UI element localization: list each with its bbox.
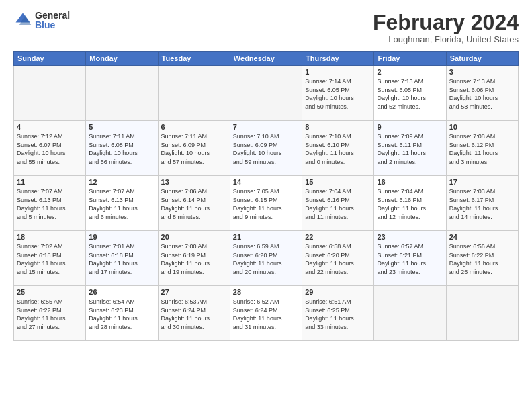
day-cell: 8Sunrise: 7:10 AM Sunset: 6:10 PM Daylig… <box>302 121 374 176</box>
week-row-5: 25Sunrise: 6:55 AM Sunset: 6:22 PM Dayli… <box>14 286 519 341</box>
day-number: 1 <box>305 68 371 76</box>
col-header-friday: Friday <box>374 52 446 66</box>
day-cell: 13Sunrise: 7:06 AM Sunset: 6:14 PM Dayli… <box>158 176 230 231</box>
col-header-thursday: Thursday <box>302 52 374 66</box>
day-info: Sunrise: 6:52 AM Sunset: 6:24 PM Dayligh… <box>233 298 299 331</box>
day-number: 13 <box>161 178 227 186</box>
day-number: 5 <box>89 123 154 131</box>
day-info: Sunrise: 7:13 AM Sunset: 6:06 PM Dayligh… <box>449 77 515 111</box>
day-info: Sunrise: 6:54 AM Sunset: 6:23 PM Dayligh… <box>89 298 154 331</box>
day-info: Sunrise: 7:00 AM Sunset: 6:19 PM Dayligh… <box>161 242 227 276</box>
logo-blue: Blue <box>35 20 70 30</box>
day-number: 6 <box>161 123 227 131</box>
page: General Blue February 2024 Loughman, Flo… <box>0 0 532 411</box>
day-info: Sunrise: 7:11 AM Sunset: 6:09 PM Dayligh… <box>161 132 227 166</box>
month-title: February 2024 <box>373 11 519 34</box>
day-number: 11 <box>17 178 83 186</box>
day-number: 24 <box>449 233 515 241</box>
day-cell: 4Sunrise: 7:12 AM Sunset: 6:07 PM Daylig… <box>14 121 86 176</box>
day-cell: 28Sunrise: 6:52 AM Sunset: 6:24 PM Dayli… <box>230 286 302 341</box>
day-number: 27 <box>161 288 227 296</box>
day-cell: 1Sunrise: 7:14 AM Sunset: 6:05 PM Daylig… <box>302 66 374 121</box>
day-info: Sunrise: 6:55 AM Sunset: 6:22 PM Dayligh… <box>17 298 83 331</box>
day-info: Sunrise: 7:07 AM Sunset: 6:13 PM Dayligh… <box>89 187 154 221</box>
day-cell: 18Sunrise: 7:02 AM Sunset: 6:18 PM Dayli… <box>14 231 86 286</box>
col-header-sunday: Sunday <box>14 52 86 66</box>
logo-general: General <box>35 11 70 20</box>
day-number: 23 <box>377 233 443 241</box>
day-number: 2 <box>377 68 443 76</box>
day-number: 18 <box>17 233 83 241</box>
day-info: Sunrise: 6:57 AM Sunset: 6:21 PM Dayligh… <box>377 242 443 276</box>
day-cell: 16Sunrise: 7:04 AM Sunset: 6:16 PM Dayli… <box>374 176 446 231</box>
day-info: Sunrise: 7:02 AM Sunset: 6:18 PM Dayligh… <box>17 242 83 276</box>
day-cell: 27Sunrise: 6:53 AM Sunset: 6:24 PM Dayli… <box>158 286 230 341</box>
day-cell: 25Sunrise: 6:55 AM Sunset: 6:22 PM Dayli… <box>14 286 86 341</box>
week-row-2: 4Sunrise: 7:12 AM Sunset: 6:07 PM Daylig… <box>14 121 519 176</box>
day-info: Sunrise: 7:10 AM Sunset: 6:10 PM Dayligh… <box>305 132 371 166</box>
day-cell <box>446 286 518 341</box>
day-info: Sunrise: 7:08 AM Sunset: 6:12 PM Dayligh… <box>449 132 515 166</box>
day-info: Sunrise: 6:59 AM Sunset: 6:20 PM Dayligh… <box>233 242 299 276</box>
week-row-3: 11Sunrise: 7:07 AM Sunset: 6:13 PM Dayli… <box>14 176 519 231</box>
title-area: February 2024 Loughman, Florida, United … <box>373 11 519 44</box>
day-cell: 9Sunrise: 7:09 AM Sunset: 6:11 PM Daylig… <box>374 121 446 176</box>
day-cell: 17Sunrise: 7:03 AM Sunset: 6:17 PM Dayli… <box>446 176 518 231</box>
day-number: 10 <box>449 123 515 131</box>
day-number: 20 <box>161 233 227 241</box>
day-info: Sunrise: 6:51 AM Sunset: 6:25 PM Dayligh… <box>305 298 371 331</box>
day-info: Sunrise: 7:12 AM Sunset: 6:07 PM Dayligh… <box>17 132 83 166</box>
day-info: Sunrise: 6:53 AM Sunset: 6:24 PM Dayligh… <box>161 298 227 331</box>
day-info: Sunrise: 6:58 AM Sunset: 6:20 PM Dayligh… <box>305 242 371 276</box>
day-info: Sunrise: 7:01 AM Sunset: 6:18 PM Dayligh… <box>89 242 154 276</box>
col-header-tuesday: Tuesday <box>158 52 230 66</box>
day-cell: 19Sunrise: 7:01 AM Sunset: 6:18 PM Dayli… <box>86 231 158 286</box>
location: Loughman, Florida, United States <box>373 34 519 44</box>
day-number: 17 <box>449 178 515 186</box>
day-cell <box>230 66 302 121</box>
header: General Blue February 2024 Loughman, Flo… <box>13 11 519 44</box>
week-row-4: 18Sunrise: 7:02 AM Sunset: 6:18 PM Dayli… <box>14 231 519 286</box>
day-number: 16 <box>377 178 443 186</box>
day-cell: 6Sunrise: 7:11 AM Sunset: 6:09 PM Daylig… <box>158 121 230 176</box>
week-row-1: 1Sunrise: 7:14 AM Sunset: 6:05 PM Daylig… <box>14 66 519 121</box>
day-cell: 15Sunrise: 7:04 AM Sunset: 6:16 PM Dayli… <box>302 176 374 231</box>
day-number: 4 <box>17 123 83 131</box>
col-header-saturday: Saturday <box>446 52 518 66</box>
day-cell: 20Sunrise: 7:00 AM Sunset: 6:19 PM Dayli… <box>158 231 230 286</box>
day-number: 14 <box>233 178 299 186</box>
day-info: Sunrise: 7:14 AM Sunset: 6:05 PM Dayligh… <box>305 77 371 111</box>
day-info: Sunrise: 7:09 AM Sunset: 6:11 PM Dayligh… <box>377 132 443 166</box>
day-number: 3 <box>449 68 515 76</box>
day-cell: 11Sunrise: 7:07 AM Sunset: 6:13 PM Dayli… <box>14 176 86 231</box>
day-cell: 29Sunrise: 6:51 AM Sunset: 6:25 PM Dayli… <box>302 286 374 341</box>
day-number: 8 <box>305 123 371 131</box>
day-cell <box>158 66 230 121</box>
col-header-monday: Monday <box>86 52 158 66</box>
day-info: Sunrise: 7:11 AM Sunset: 6:08 PM Dayligh… <box>89 132 154 166</box>
day-number: 28 <box>233 288 299 296</box>
day-cell: 24Sunrise: 6:56 AM Sunset: 6:22 PM Dayli… <box>446 231 518 286</box>
day-cell: 12Sunrise: 7:07 AM Sunset: 6:13 PM Dayli… <box>86 176 158 231</box>
day-info: Sunrise: 7:05 AM Sunset: 6:15 PM Dayligh… <box>233 187 299 221</box>
calendar-table: SundayMondayTuesdayWednesdayThursdayFrid… <box>13 51 519 341</box>
day-info: Sunrise: 7:04 AM Sunset: 6:16 PM Dayligh… <box>305 187 371 221</box>
day-cell: 23Sunrise: 6:57 AM Sunset: 6:21 PM Dayli… <box>374 231 446 286</box>
day-cell: 7Sunrise: 7:10 AM Sunset: 6:09 PM Daylig… <box>230 121 302 176</box>
day-number: 29 <box>305 288 371 296</box>
logo: General Blue <box>13 11 70 30</box>
day-number: 12 <box>89 178 154 186</box>
day-number: 15 <box>305 178 371 186</box>
day-cell: 10Sunrise: 7:08 AM Sunset: 6:12 PM Dayli… <box>446 121 518 176</box>
day-cell: 21Sunrise: 6:59 AM Sunset: 6:20 PM Dayli… <box>230 231 302 286</box>
day-cell: 22Sunrise: 6:58 AM Sunset: 6:20 PM Dayli… <box>302 231 374 286</box>
logo-text: General Blue <box>35 11 70 30</box>
day-number: 7 <box>233 123 299 131</box>
day-cell: 5Sunrise: 7:11 AM Sunset: 6:08 PM Daylig… <box>86 121 158 176</box>
day-info: Sunrise: 7:06 AM Sunset: 6:14 PM Dayligh… <box>161 187 227 221</box>
day-cell <box>86 66 158 121</box>
day-info: Sunrise: 7:03 AM Sunset: 6:17 PM Dayligh… <box>449 187 515 221</box>
header-row: SundayMondayTuesdayWednesdayThursdayFrid… <box>14 52 519 66</box>
day-number: 19 <box>89 233 154 241</box>
day-cell: 26Sunrise: 6:54 AM Sunset: 6:23 PM Dayli… <box>86 286 158 341</box>
